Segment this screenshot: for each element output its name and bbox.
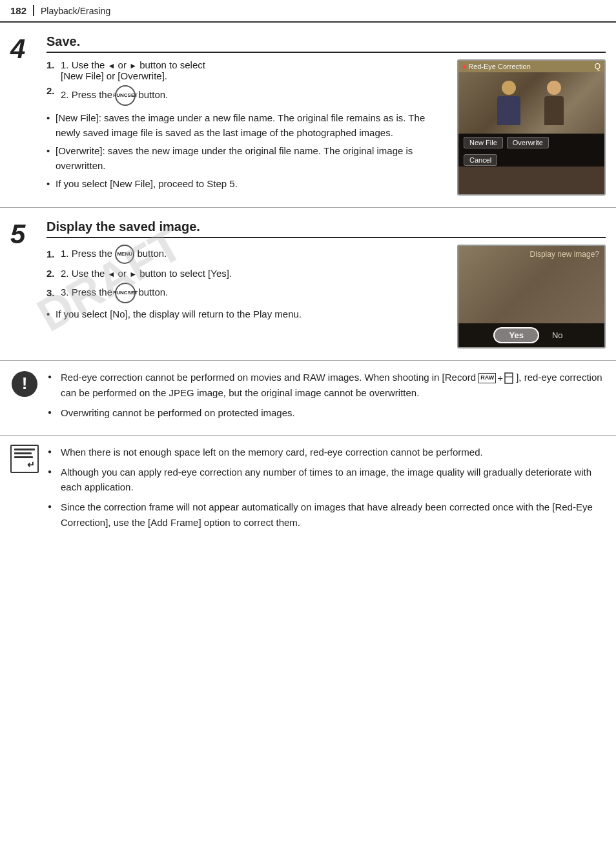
- person2: [535, 81, 573, 132]
- screen4-cancel-row: Cancel: [458, 152, 604, 167]
- screen5-footer: Yes No: [458, 323, 604, 347]
- memory-icon-lines: [14, 449, 35, 460]
- redeye-icon: ♦: [462, 62, 466, 71]
- step5-display-screen: Display new image? Yes No: [457, 245, 606, 348]
- cancel-btn: Cancel: [464, 154, 497, 166]
- step4-instruction1: 1. 1. Use the ◄ or ► button to select [N…: [46, 59, 447, 81]
- notice2-section: ↵ When there is not enough space left on…: [0, 436, 616, 544]
- step4-body: 1. 1. Use the ◄ or ► button to select [N…: [46, 59, 606, 196]
- step5-func-set-button-icon: FUNCSET: [115, 283, 136, 303]
- step5-inst3-text: 3. Press the FUNCSET button.: [61, 283, 168, 303]
- step4-instructions: 1. 1. Use the ◄ or ► button to select [N…: [46, 59, 447, 106]
- new-file-btn: New File: [464, 137, 503, 148]
- notice1-bullet2: Overwriting cannot be performed on prote…: [48, 405, 606, 420]
- step5-content: Display the saved image. 1. 1. Press the…: [43, 219, 606, 348]
- svg-text:!: !: [22, 374, 28, 393]
- step4-text: 1. 1. Use the ◄ or ► button to select [N…: [46, 59, 447, 196]
- page-number: 182: [10, 5, 34, 16]
- screen4-q-icon: Q: [595, 62, 601, 71]
- step4-instruction2: 2. 2. Press the FUNCSET button.: [46, 85, 447, 106]
- step4-or-text: or: [118, 59, 130, 70]
- step5-number: 5: [10, 221, 43, 348]
- screen4-image-area: [458, 72, 604, 134]
- step4-number: 4: [10, 35, 43, 196]
- notice2-bullet2: Although you can apply red-eye correctio…: [48, 465, 606, 495]
- svg-rect-2: [505, 373, 513, 383]
- step5-text: 1. 1. Press the MENU button. 2. 2. Use t…: [46, 245, 447, 348]
- step5-instruction3: 3. 3. Press the FUNCSET button.: [46, 283, 447, 303]
- screen4-footer: New File Overwrite: [458, 134, 604, 152]
- person2-head: [547, 81, 561, 95]
- raw-record-icon: RAW +: [478, 370, 513, 385]
- left-arrow-icon: ◄: [108, 61, 116, 70]
- notice1-section: ! Red-eye correction cannot be performed…: [0, 361, 616, 436]
- step4-section: 4 Save. 1. 1. Use the ◄ or ► button to s…: [0, 23, 616, 208]
- step4-inst1-text: 1. Use the ◄ or ► button to select [New …: [61, 59, 205, 81]
- step4-inst2-label: 2.: [46, 85, 58, 96]
- step5-instruction2: 2. 2. Use the ◄ or ► button to select [Y…: [46, 268, 447, 279]
- notice1-bullet1: Red-eye correction cannot be performed o…: [48, 370, 606, 401]
- screen4-header: ♦ Red-Eye Correction Q: [458, 61, 604, 72]
- step5-bullets: If you select [No], the display will ret…: [46, 307, 447, 322]
- overwrite-btn: Overwrite: [507, 137, 549, 148]
- step5-inst1-text: 1. Press the MENU button.: [61, 245, 167, 264]
- screen4-title: ♦ Red-Eye Correction: [462, 62, 531, 71]
- right-arrow-icon: ►: [129, 61, 137, 70]
- raw-box: RAW: [478, 373, 496, 383]
- notice1-bullets: Red-eye correction cannot be performed o…: [48, 370, 606, 421]
- step5-instruction1: 1. 1. Press the MENU button.: [46, 245, 447, 264]
- step5-inst3-label: 3.: [46, 287, 58, 298]
- step4-camera-screen: ♦ Red-Eye Correction Q: [457, 59, 606, 196]
- step5-instructions: 1. 1. Press the MENU button. 2. 2. Use t…: [46, 245, 447, 303]
- step4-bullet1: [New File]: saves the image under a new …: [46, 111, 447, 140]
- step5-inst2-text: 2. Use the ◄ or ► button to select [Yes]…: [61, 268, 232, 279]
- step4-heading: Save.: [46, 34, 606, 53]
- step4-content: Save. 1. 1. Use the ◄ or ► button to sel…: [43, 34, 606, 196]
- warning-icon-svg: !: [10, 370, 39, 398]
- people-silhouettes: [489, 81, 573, 132]
- notice2-content: When there is not enough space left on t…: [48, 445, 606, 535]
- step5-inst1-label: 1.: [46, 248, 58, 259]
- step5-right-arrow-icon: ►: [129, 270, 137, 279]
- step5-section: 5 Display the saved image. 1. 1. Press t…: [0, 208, 616, 361]
- step5-or-text: or: [118, 268, 130, 279]
- step5-heading: Display the saved image.: [46, 219, 606, 238]
- step4-bullet2: [Overwrite]: saves the new image under t…: [46, 144, 447, 173]
- person1-body: [497, 96, 520, 125]
- person2-body: [544, 96, 564, 125]
- page-title: Playback/Erasing: [41, 6, 110, 16]
- step5-left-arrow-icon: ◄: [108, 270, 116, 279]
- yes-button: Yes: [493, 327, 539, 343]
- step4-inst1-label: 1.: [46, 59, 58, 70]
- memory-line-2: [14, 452, 32, 454]
- warning-icon: !: [10, 370, 39, 400]
- step5-inst2-label: 2.: [46, 268, 58, 279]
- memory-arrow-icon: ↵: [27, 459, 35, 470]
- large-jpeg-icon: [504, 372, 513, 384]
- step4-bullet3: If you select [New File], proceed to Ste…: [46, 177, 447, 192]
- notice1-content: Red-eye correction cannot be performed o…: [48, 370, 606, 426]
- step4-bullets: [New File]: saves the image under a new …: [46, 111, 447, 192]
- memory-line-3: [14, 456, 33, 458]
- func-set-button-icon: FUNCSET: [115, 85, 136, 106]
- no-button: No: [546, 328, 570, 342]
- notice2-bullet3: Since the correction frame will not appe…: [48, 500, 606, 530]
- memory-card-icon: ↵: [10, 445, 39, 473]
- screen5-label: Display new image?: [530, 250, 599, 259]
- step4-inst2-text: 2. Press the FUNCSET button.: [61, 85, 168, 106]
- person1: [489, 81, 528, 132]
- notice2-bullets: When there is not enough space left on t…: [48, 445, 606, 530]
- memory-line-1: [14, 449, 35, 450]
- step5-bullet1: If you select [No], the display will ret…: [46, 307, 447, 322]
- step5-body: 1. 1. Press the MENU button. 2. 2. Use t…: [46, 245, 606, 348]
- notice2-bullet1: When there is not enough space left on t…: [48, 445, 606, 459]
- menu-button-icon: MENU: [115, 245, 134, 264]
- person1-head: [502, 81, 516, 95]
- screen5-body: Display new image?: [458, 246, 604, 323]
- page-header: 182 Playback/Erasing: [0, 0, 616, 23]
